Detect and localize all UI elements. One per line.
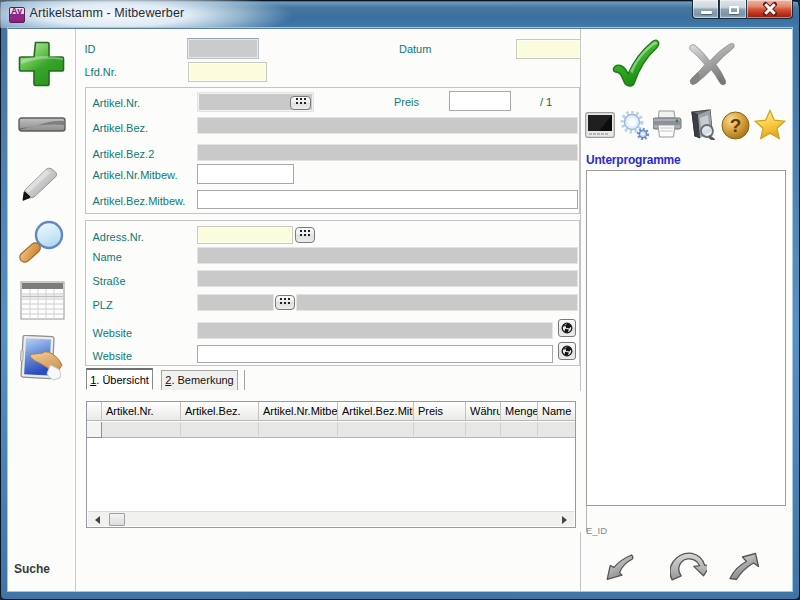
svg-text:?: ? <box>730 115 742 136</box>
